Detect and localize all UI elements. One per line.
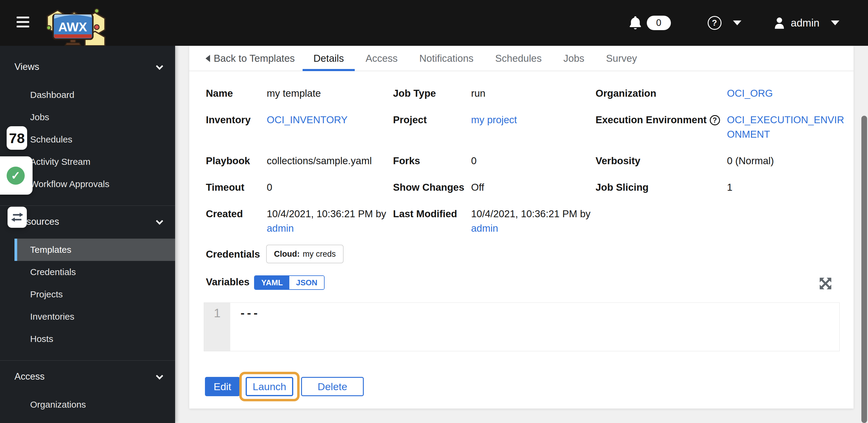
notification-count-badge[interactable]: 0 xyxy=(647,16,671,30)
execution-environment-link[interactable]: OCI_EXECUTION_ENVIRONMENT xyxy=(727,113,850,141)
field-value-job-slicing: 1 xyxy=(727,180,733,195)
field-label-last-modified: Last Modified xyxy=(393,207,457,221)
sidebar-divider xyxy=(0,205,175,206)
sidebar-group-label: Access xyxy=(14,371,44,382)
launch-annotation-highlight: Launch xyxy=(239,372,300,401)
editor-content[interactable]: --- xyxy=(230,303,839,351)
chevron-down-icon xyxy=(156,217,163,224)
field-label-verbosity: Verbosity xyxy=(595,154,641,168)
field-label-forks: Forks xyxy=(393,154,420,168)
help-caret-icon[interactable] xyxy=(733,21,741,25)
sidebar-nav: Views Dashboard Jobs Schedules Activity … xyxy=(0,46,175,423)
sidebar-item-jobs[interactable]: Jobs xyxy=(0,106,175,128)
expand-icon[interactable] xyxy=(818,276,832,290)
sidebar-item-credentials[interactable]: Credentials xyxy=(0,261,175,283)
modified-timestamp: 10/4/2021, 10:36:21 PM by xyxy=(471,208,590,219)
user-menu-label[interactable]: admin xyxy=(791,17,819,29)
field-label-timeout: Timeout xyxy=(206,180,244,195)
tab-schedules[interactable]: Schedules xyxy=(484,46,553,71)
field-label-job-type: Job Type xyxy=(393,86,436,101)
project-link[interactable]: my project xyxy=(471,113,517,127)
yaml-toggle-button[interactable]: YAML xyxy=(255,276,289,289)
back-link-label: Back to Templates xyxy=(214,53,295,64)
field-value-created: 10/4/2021, 10:36:21 PM by admin xyxy=(267,207,387,236)
field-value-timeout: 0 xyxy=(267,180,272,195)
sidebar-divider xyxy=(0,360,175,361)
edit-button[interactable]: Edit xyxy=(205,377,240,396)
field-label-playbook: Playbook xyxy=(206,154,250,168)
field-value-last-modified: 10/4/2021, 10:36:21 PM by admin xyxy=(471,207,592,236)
field-value-playbook: collections/sample.yaml xyxy=(267,154,372,168)
launch-button[interactable]: Launch xyxy=(246,377,293,396)
sidebar-item-templates[interactable]: Templates xyxy=(14,239,175,261)
tab-details[interactable]: Details xyxy=(303,46,355,71)
inventory-link[interactable]: OCI_INVENTORY xyxy=(267,113,347,127)
field-label-job-slicing: Job Slicing xyxy=(595,180,649,195)
help-icon[interactable] xyxy=(708,16,721,30)
nav-toggle-button[interactable] xyxy=(17,17,30,30)
organization-link[interactable]: OCI_ORG xyxy=(727,86,773,101)
field-label-created: Created xyxy=(206,207,243,221)
sidebar-item-inventories[interactable]: Inventories xyxy=(0,305,175,328)
field-value-forks: 0 xyxy=(471,154,476,168)
credential-kind: Cloud: xyxy=(274,250,300,259)
awx-logo-text: AWX xyxy=(58,20,87,34)
template-details-card: Back to Templates Details Access Notific… xyxy=(189,46,854,409)
user-icon xyxy=(774,17,785,29)
sidebar-item-dashboard[interactable]: Dashboard xyxy=(0,84,175,106)
chevron-down-icon xyxy=(156,372,163,379)
swap-overlay xyxy=(7,207,27,228)
user-caret-icon[interactable] xyxy=(831,21,839,25)
question-circle-icon[interactable] xyxy=(710,115,720,125)
field-label-credentials: Credentials xyxy=(206,247,260,262)
credential-chip[interactable]: Cloud: my creds xyxy=(266,245,344,263)
created-timestamp: 10/4/2021, 10:36:21 PM by xyxy=(267,208,386,219)
chevron-down-icon xyxy=(156,62,163,70)
modified-by-link[interactable]: admin xyxy=(471,223,498,234)
field-label-execution-environment: Execution Environment xyxy=(595,113,720,127)
awx-logo[interactable]: AWX xyxy=(38,0,108,46)
success-overlay xyxy=(0,156,33,195)
back-to-templates-link[interactable]: Back to Templates xyxy=(198,46,303,71)
check-circle-icon xyxy=(7,167,25,185)
created-by-link[interactable]: admin xyxy=(267,223,294,234)
bell-icon[interactable] xyxy=(629,16,642,30)
tab-access[interactable]: Access xyxy=(355,46,408,71)
credential-name: my creds xyxy=(303,250,336,259)
variables-editor[interactable]: 1 --- xyxy=(204,302,840,351)
field-label-variables: Variables xyxy=(206,275,250,289)
sidebar-item-projects[interactable]: Projects xyxy=(0,283,175,305)
field-label-project: Project xyxy=(393,113,427,127)
sidebar-item-hosts[interactable]: Hosts xyxy=(0,328,175,350)
masthead-toolbar: 0 admin xyxy=(629,0,839,46)
caret-left-icon xyxy=(206,55,210,62)
sidebar-group-access[interactable]: Access xyxy=(0,365,175,388)
field-label-name: Name xyxy=(206,86,233,101)
sidebar-item-organizations[interactable]: Organizations xyxy=(0,393,175,416)
field-label-inventory: Inventory xyxy=(206,113,251,127)
sidebar-group-label: Views xyxy=(14,61,39,72)
execution-environment-label-text: Execution Environment xyxy=(595,114,707,125)
sidebar-group-views[interactable]: Views xyxy=(0,56,175,78)
json-toggle-button[interactable]: JSON xyxy=(289,276,324,289)
field-value-show-changes: Off xyxy=(471,180,484,195)
awx-app: AWX 0 admin Views Dashboard Jobs Sch xyxy=(0,0,868,423)
field-value-verbosity: 0 (Normal) xyxy=(727,154,774,168)
step-count-badge: 78 xyxy=(7,126,27,150)
variables-format-toggle: YAML JSON xyxy=(254,275,324,290)
field-value-name: my template xyxy=(267,86,321,101)
action-button-row: Edit Launch Delete xyxy=(189,372,854,408)
tab-survey[interactable]: Survey xyxy=(595,46,648,71)
tab-jobs[interactable]: Jobs xyxy=(553,46,595,71)
tabbar: Back to Templates Details Access Notific… xyxy=(189,46,854,71)
swap-arrows-icon xyxy=(11,212,24,223)
page-scrollbar-thumb[interactable] xyxy=(861,116,867,423)
editor-line-number: 1 xyxy=(204,303,230,351)
field-value-job-type: run xyxy=(471,86,486,101)
field-label-show-changes: Show Changes xyxy=(393,180,464,195)
delete-button[interactable]: Delete xyxy=(301,377,364,396)
field-label-organization: Organization xyxy=(595,86,656,101)
tab-notifications[interactable]: Notifications xyxy=(408,46,484,71)
masthead: AWX 0 admin xyxy=(0,0,868,46)
